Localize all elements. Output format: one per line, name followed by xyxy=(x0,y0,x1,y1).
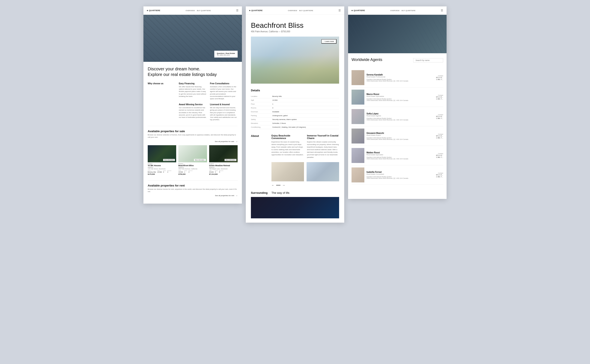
for-rent-title: Available properties for rent xyxy=(148,184,238,187)
property-floor-col-2: Floor 1 xyxy=(184,170,187,173)
detail-row-floor: Floor 1 xyxy=(251,102,339,106)
agent-name-1: Serena Kandath xyxy=(366,74,434,76)
about-col2: Immerse Yourself in Coastal Charm Explor… xyxy=(307,134,339,159)
divider-1 xyxy=(148,126,238,126)
detail-label-parking: Parking xyxy=(251,115,272,117)
surrounding-image xyxy=(251,197,339,218)
agent-address-2: 1438 Sherbrooke Street West Montreal, QC… xyxy=(366,100,434,101)
panel2-hero-image-inner xyxy=(251,37,339,84)
agent-contact-6: Contact 971 4 4... 1 381 7... xyxy=(436,172,443,178)
agent-phone1-1: 971 4 4... xyxy=(436,77,443,78)
detail-label-conditioning: Conditioning xyxy=(251,126,272,128)
nav-links-3: OVERVIEW BUY QUARTIERE xyxy=(390,10,416,12)
about-nav-next[interactable]: → xyxy=(282,183,285,187)
feature-award-title: Award Winning Service xyxy=(179,103,206,106)
more-info-button-3[interactable]: More information xyxy=(225,159,236,161)
agent-photo-3 xyxy=(351,109,364,124)
search-input[interactable] xyxy=(413,58,443,62)
arrow-right-icon-rent: → xyxy=(235,195,238,197)
agent-row-3: Sofia López Real Estate Agents Quartiere… xyxy=(351,107,443,126)
property-sqft-col-2: Sqft 13,500 xyxy=(178,170,183,173)
detail-value-conditioning: Central AC, Heating, Hot water (22 degre… xyxy=(272,126,306,128)
about-nav-prev[interactable]: ← xyxy=(272,183,274,187)
agent-phone2-6: 1 381 7... xyxy=(436,176,443,178)
agent-phone1-6: 971 4 4... xyxy=(436,174,443,176)
logo-text-3: QUARTIERE xyxy=(353,9,365,12)
hamburger-icon-3[interactable]: ☰ xyxy=(441,9,443,12)
see-all-sale[interactable]: See all properties for sale → xyxy=(148,140,238,143)
nav-overview[interactable]: OVERVIEW xyxy=(186,10,195,12)
detail-row-conditioning: Conditioning Central AC, Heating, Hot wa… xyxy=(251,125,339,129)
agent-row-4: Giovanni Bianchi Real Estate Expert Quar… xyxy=(351,126,443,146)
property-name-3: Green Meadow Retreat xyxy=(209,164,238,167)
detail-label-floor: Floor xyxy=(251,103,272,105)
panel2-content: Beachfront Bliss 456 Palm Avenue, Califo… xyxy=(246,15,344,223)
agent-photo-5 xyxy=(351,148,364,163)
agent-info-1: Serena Kandath Real Estate Professional … xyxy=(366,74,434,82)
panel-3: ■ QUARTIERE OVERVIEW BUY QUARTIERE ☰ Wor… xyxy=(348,6,447,199)
property-name-1: Tri BK Houses xyxy=(148,164,176,167)
nav-1: ■ QUARTIERE OVERVIEW BUY QUARTIERE ☰ xyxy=(143,6,242,15)
agent-phone1-4: 971 4 4... xyxy=(436,135,443,137)
agent-contact-4: Contact 971 4 4... 1 381 7... xyxy=(436,133,443,139)
for-rent-desc: Browse our diverse homes for rent, anywh… xyxy=(148,188,238,193)
feature-blank xyxy=(148,103,175,121)
agent-info-3: Sofia López Real Estate Agents Quartiere… xyxy=(366,112,434,121)
panel3-hero xyxy=(348,15,447,53)
hamburger-icon-1[interactable]: ☰ xyxy=(236,9,239,12)
detail-row-rooms: Rooms 4 xyxy=(251,106,339,110)
surrounding-subtitle: The way of life. xyxy=(272,191,339,195)
learn-more-button[interactable]: ↑ Learn more xyxy=(321,39,337,44)
detail-label-location: Location xyxy=(251,95,272,97)
agent-contact-label-4: Contact xyxy=(436,133,443,135)
nav-buy-3[interactable]: BUY QUARTIERE xyxy=(402,10,416,12)
feature-consultations-title: Free Consultations xyxy=(210,82,238,85)
feature-licensed: Licensed & Insured We are fully licensed… xyxy=(210,103,238,121)
nav-overview-2[interactable]: OVERVIEW xyxy=(288,10,297,12)
property-address-label-1: Address xyxy=(148,167,176,168)
nav-overview-3[interactable]: OVERVIEW xyxy=(390,10,399,12)
detail-value-location: Beverly Hills xyxy=(272,95,282,97)
agent-contact-5: Contact 971 4 4... 1 381 7... xyxy=(436,153,443,158)
more-info-button-1[interactable]: More information xyxy=(163,159,175,161)
hamburger-icon-2[interactable]: ☰ xyxy=(338,9,341,12)
agent-company-4: Quartiere International Realty Quebec xyxy=(366,137,434,139)
agent-company-1: Quartiere International Realty Quebec xyxy=(366,79,434,80)
property-price-1: $175,000 xyxy=(148,173,176,175)
property-address-3: 789 Maple Lane, Stockholm xyxy=(209,168,238,169)
nav-2: ■ QUARTIERE OVERVIEW BUY QUARTIERE ☰ xyxy=(246,6,344,15)
agent-company-5: Quartiere International Realty Quebec xyxy=(366,156,434,158)
nav-buy[interactable]: BUY QUARTIERE xyxy=(197,10,211,12)
property-image-1: More information xyxy=(148,145,176,162)
detail-value-sqft: 13,500 xyxy=(272,99,278,101)
nav-buy-2[interactable]: BUY QUARTIERE xyxy=(299,10,313,12)
about-col2-title: Immerse Yourself in Coastal Charm xyxy=(307,134,339,139)
agent-photo-1 xyxy=(351,70,364,85)
about-col1-title: Enjoy Beachside Convenience xyxy=(272,134,304,139)
feature-why: Why choose us xyxy=(148,82,175,100)
detail-label-sqft: Sqft xyxy=(251,99,272,101)
features-grid: Why choose us Easy Financing We offer ha… xyxy=(148,82,238,121)
logo-text: QUARTIERE xyxy=(149,9,160,12)
logo-3: ■ QUARTIERE xyxy=(351,9,365,12)
agent-contact-label-6: Contact xyxy=(436,172,443,174)
agent-info-2: Marco Rossi Real Estate Specialiste Quar… xyxy=(366,93,434,101)
about-nav: ← → xyxy=(272,183,339,187)
agent-role-2: Real Estate Specialiste xyxy=(366,95,434,97)
about-col2-desc: Explore the vibrant coastal community su… xyxy=(307,141,339,159)
hero-card: Quartiere / Real Estate Tel: (365) 355-4… xyxy=(214,51,238,58)
agent-contact-2: Contact 971 4 4... 1 381 7... xyxy=(436,95,443,100)
detail-value-safety: Security cameras, Alarm system xyxy=(272,118,297,120)
surrounding-header: Surrounding The way of life. xyxy=(251,191,339,195)
agent-row-1: Serena Kandath Real Estate Professional … xyxy=(351,68,443,87)
see-all-rent[interactable]: See all properties for rent → xyxy=(148,195,238,197)
more-info-button-2[interactable]: More information xyxy=(194,159,206,161)
agent-phone2-2: 1 381 7... xyxy=(436,98,443,100)
detail-label-doorman: Doorman xyxy=(251,111,272,113)
feature-financing: Easy Financing We offer hassle-free fina… xyxy=(179,82,206,100)
feature-licensed-desc: We are fully licensed and insured, givin… xyxy=(210,106,238,121)
properties-grid: More information Project Tri BK Houses A… xyxy=(148,145,238,175)
agent-photo-bg-2 xyxy=(351,90,364,104)
detail-label-elevators: Elevators xyxy=(251,122,272,124)
agent-list: Serena Kandath Real Estate Professional … xyxy=(351,68,443,185)
